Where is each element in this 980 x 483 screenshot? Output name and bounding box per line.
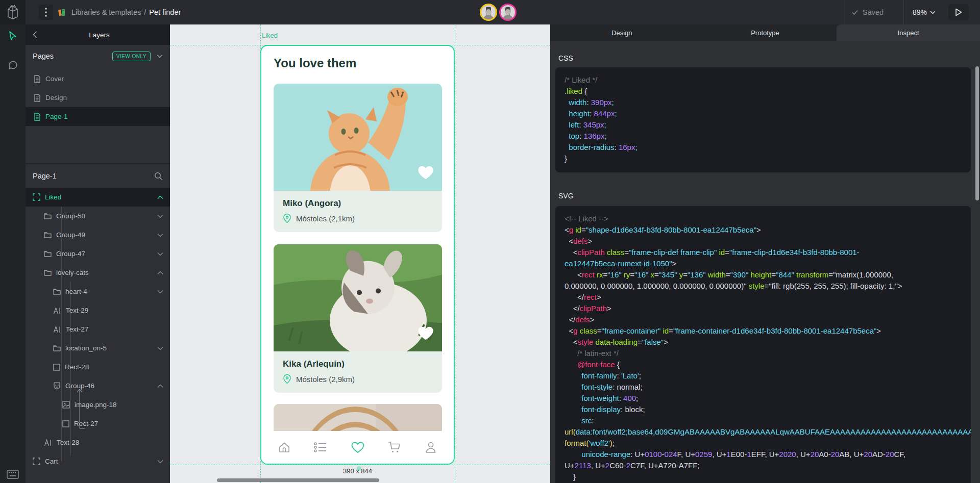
layer-item-text-29[interactable]: Text-29	[26, 301, 170, 320]
layer-label: Group-50	[56, 212, 85, 220]
layer-item-cart[interactable]: Cart	[26, 452, 170, 471]
topbar-divider	[903, 0, 904, 24]
layer-label: Liked	[45, 193, 61, 201]
folder-layer-icon	[53, 345, 61, 351]
layer-item-group-46[interactable]: Group-46	[26, 376, 170, 395]
layer-item-location_on-5[interactable]: location_on-5	[26, 339, 170, 358]
penpot-logo-icon[interactable]	[0, 0, 26, 24]
liked-frame[interactable]: You love them Miko (Angora)Móstoles (2,1…	[260, 45, 455, 465]
svg-code-block[interactable]: <!-- Liked --><g id="shape-d1d6e34f-b3fd…	[555, 206, 971, 483]
collaborator-2-avatar[interactable]	[499, 4, 517, 21]
chevron-down-icon[interactable]	[157, 290, 163, 294]
chevron-down-icon[interactable]	[157, 460, 163, 464]
code-line: font-display: block;	[565, 404, 962, 415]
chevron-down-icon[interactable]	[157, 346, 163, 350]
list-icon[interactable]	[313, 441, 328, 453]
frame-layer-icon	[33, 457, 40, 465]
page-item-page-1[interactable]: Page-1	[26, 107, 170, 126]
layer-item-group-49[interactable]: Group-49	[26, 225, 170, 244]
code-line: .liked {	[565, 86, 962, 97]
layer-item-rect-28[interactable]: Rect-28	[26, 358, 170, 376]
chevron-down-icon[interactable]	[157, 252, 163, 256]
css-code-block[interactable]: /* Liked */.liked { width: 390px; height…	[555, 67, 971, 172]
layer-label: Text-27	[66, 325, 88, 333]
frame-name-label[interactable]: Liked	[262, 32, 278, 39]
chevron-up-icon[interactable]	[157, 195, 163, 199]
layer-tree-header: Page-1	[26, 164, 170, 188]
code-line: font-weight: 400;	[565, 393, 962, 404]
folder-layer-icon	[53, 288, 61, 295]
chevron-up-icon[interactable]	[157, 384, 163, 388]
page-label: Cover	[45, 75, 64, 83]
zoom-control[interactable]: 89%	[913, 0, 936, 24]
layer-item-rect-27[interactable]: Rect-27	[26, 414, 170, 433]
code-line: @font-face {	[565, 359, 962, 370]
layer-item-image.png-18[interactable]: image.png-18	[26, 395, 170, 414]
page-item-cover[interactable]: Cover	[26, 69, 170, 88]
layer-item-text-28[interactable]: Text-28	[26, 433, 170, 452]
rabbit-photo	[274, 244, 442, 351]
svg-section-title: SVG	[558, 192, 574, 200]
layer-item-group-50[interactable]: Group-50	[26, 207, 170, 225]
collaborator-avatars	[480, 4, 517, 21]
panel-tabs: DesignPrototypeInspect	[550, 24, 980, 41]
layer-item-group-47[interactable]: Group-47	[26, 244, 170, 263]
frame-size-label: 390 x 844	[260, 467, 455, 475]
user-icon[interactable]	[424, 441, 437, 454]
main-menu-button[interactable]	[39, 5, 53, 20]
layer-label: image.png-18	[75, 401, 117, 409]
chevron-up-icon[interactable]	[157, 271, 163, 275]
code-line: </defs>	[565, 314, 962, 325]
pet-location-text: Móstoles (2,9km)	[296, 375, 355, 384]
heart-filled-icon[interactable]	[417, 165, 434, 181]
tree-page-title: Page-1	[33, 172, 154, 180]
breadcrumb-library[interactable]: Libraries & templates	[71, 8, 141, 16]
cart-icon[interactable]	[387, 441, 402, 454]
page-item-design[interactable]: Design	[26, 88, 170, 107]
page-icon	[34, 113, 41, 121]
tab-inspect[interactable]: Inspect	[837, 24, 980, 41]
code-line: }	[565, 471, 962, 482]
layers-sidebar: Layers Pages VIEW ONLY CoverDesignPage-1…	[26, 24, 170, 483]
sidebar-header: Layers	[26, 24, 170, 45]
chevron-down-icon[interactable]	[157, 54, 163, 58]
layer-label: Group-49	[56, 231, 85, 239]
breadcrumb-file-name: Pet finder	[149, 8, 181, 16]
chevron-left-icon[interactable]	[26, 31, 44, 38]
view-only-badge: VIEW ONLY	[112, 52, 151, 61]
mask-layer-icon	[53, 382, 61, 390]
cat-photo	[274, 84, 442, 191]
page-label: Design	[45, 94, 67, 101]
pet-name: Kika (Arlequín)	[283, 359, 433, 369]
horizontal-scrollbar[interactable]	[217, 478, 379, 482]
pet-name: Miko (Angora)	[283, 198, 433, 209]
code-line: /* latin-ext */	[565, 348, 962, 359]
chevron-down-icon	[930, 11, 936, 14]
breadcrumb[interactable]: Libraries & templates / Pet finder	[71, 0, 181, 24]
layer-item-text-27[interactable]: Text-27	[26, 320, 170, 339]
layer-item-heart-4[interactable]: heart-4	[26, 282, 170, 301]
home-icon[interactable]	[278, 441, 291, 454]
layer-label: Text-29	[66, 307, 88, 314]
zoom-level[interactable]: 89%	[913, 8, 927, 16]
collaborator-1-avatar[interactable]	[480, 4, 497, 21]
code-line: <g id="shape-d1d6e34f-b3fd-80bb-8001-ea1…	[565, 224, 962, 236]
chevron-down-icon[interactable]	[157, 214, 163, 218]
vertical-scrollbar[interactable]	[975, 66, 979, 200]
code-line: top: 136px;	[565, 131, 962, 142]
comment-icon[interactable]	[0, 54, 26, 77]
layer-item-lovely-cats[interactable]: lovely-cats	[26, 263, 170, 282]
heart-icon[interactable]	[351, 441, 365, 454]
canvas[interactable]: Liked You love them Miko (Angora)Móstole…	[170, 24, 550, 483]
tab-prototype[interactable]: Prototype	[694, 24, 837, 41]
chevron-down-icon[interactable]	[157, 233, 163, 237]
tab-design[interactable]: Design	[550, 24, 694, 41]
search-icon[interactable]	[154, 172, 163, 181]
heart-filled-icon[interactable]	[417, 325, 434, 341]
text-layer-icon	[44, 439, 52, 446]
layer-item-liked[interactable]: Liked	[26, 188, 170, 207]
page-icon	[34, 75, 41, 83]
view-mode-button[interactable]	[948, 4, 969, 20]
keyboard-shortcuts-icon[interactable]	[0, 470, 26, 479]
cursor-icon[interactable]	[0, 24, 26, 47]
